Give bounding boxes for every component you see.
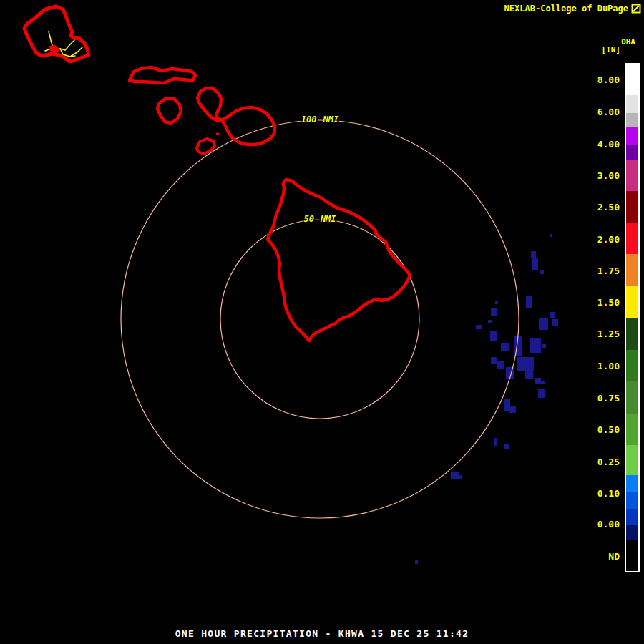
colorbar-segment bbox=[626, 160, 638, 191]
page-title: NEXLAB-College of DuPage bbox=[504, 4, 628, 14]
colorbar-segment bbox=[626, 492, 638, 509]
precip-echo bbox=[494, 438, 497, 444]
precip-echo bbox=[535, 378, 541, 384]
colorbar-segment bbox=[626, 445, 638, 475]
colorbar-segment bbox=[626, 286, 638, 318]
colorbar-segment bbox=[626, 381, 638, 414]
precip-echo bbox=[459, 475, 462, 479]
colorbar-segment bbox=[626, 145, 638, 160]
islet-molokini bbox=[216, 132, 218, 135]
precip-echo bbox=[491, 357, 497, 364]
precip-echo bbox=[517, 357, 534, 371]
precip-echo bbox=[550, 234, 552, 237]
colorbar-segment bbox=[626, 318, 638, 350]
range-ring-label: 50NMI bbox=[303, 215, 336, 224]
colorbar-segment bbox=[626, 509, 638, 525]
range-ring-label: 100NMI bbox=[301, 115, 339, 125]
colorbar-segment bbox=[626, 64, 638, 95]
precip-echo bbox=[495, 301, 498, 304]
precip-echo bbox=[415, 560, 418, 564]
colorbar-segment bbox=[626, 95, 638, 113]
range-ring bbox=[121, 120, 519, 518]
island-lanai bbox=[157, 99, 181, 123]
precip-echo bbox=[526, 296, 532, 308]
range-ring-layer bbox=[121, 120, 519, 518]
colorbar-segment bbox=[626, 191, 638, 223]
scale-label: 6.00 bbox=[570, 107, 620, 117]
scale-label: 8.00 bbox=[570, 75, 620, 85]
precip-echo bbox=[497, 361, 504, 369]
colorbar-segment bbox=[626, 525, 638, 540]
scale-label: 0.75 bbox=[570, 394, 620, 404]
range-ring-label-word: NMI bbox=[323, 115, 340, 125]
island-maui bbox=[197, 88, 275, 145]
island-hawaii bbox=[268, 180, 410, 341]
precip-echo bbox=[476, 325, 482, 329]
radar-display: 100NMI50NMI NEXLAB-College of DuPage OHA… bbox=[0, 0, 644, 644]
precip-echo-layer bbox=[415, 234, 558, 564]
scale-label: 0.00 bbox=[570, 519, 620, 530]
precip-echo bbox=[509, 406, 516, 413]
scale-label: 0.10 bbox=[570, 489, 620, 499]
product-caption: ONE HOUR PRECIPITATION - KHWA 15 DEC 25 … bbox=[0, 628, 644, 639]
precip-echo bbox=[504, 444, 509, 449]
precip-echo bbox=[504, 399, 510, 411]
precip-echo bbox=[501, 343, 509, 351]
precip-echo bbox=[531, 251, 536, 258]
scale-label: 1.00 bbox=[570, 361, 620, 371]
colorbar bbox=[625, 63, 640, 572]
colorbar-segment bbox=[626, 254, 638, 286]
range-ring-label-word: 50 bbox=[303, 215, 314, 224]
island-molokai bbox=[130, 67, 195, 83]
scale-label: 1.50 bbox=[570, 298, 620, 308]
precip-echo bbox=[542, 344, 546, 348]
range-ring-label-word: NMI bbox=[320, 215, 337, 224]
range-ring-label-word: 100 bbox=[301, 115, 318, 125]
scale-label: 1.25 bbox=[570, 329, 620, 339]
scale-label: 0.50 bbox=[570, 425, 620, 435]
scale-label: 2.50 bbox=[570, 203, 620, 213]
precip-echo bbox=[540, 270, 544, 274]
scale-label: 3.00 bbox=[570, 171, 620, 181]
scale-label: 2.00 bbox=[570, 235, 620, 245]
precip-echo bbox=[525, 370, 533, 379]
precip-echo bbox=[532, 258, 538, 270]
precip-echo bbox=[538, 389, 545, 398]
scale-label: ND bbox=[570, 552, 620, 562]
scale-label: 0.25 bbox=[570, 457, 620, 467]
colorbar-segment bbox=[626, 223, 638, 254]
colorbar-segment bbox=[626, 350, 638, 381]
island-oahu bbox=[24, 6, 89, 62]
colorbar-segment bbox=[626, 475, 638, 492]
scale-label: 4.00 bbox=[570, 140, 620, 150]
road-line bbox=[70, 47, 82, 57]
precip-echo bbox=[552, 319, 558, 326]
colorbar-segment bbox=[626, 414, 638, 445]
colorbar-segment bbox=[626, 540, 638, 571]
precip-echo bbox=[488, 320, 492, 323]
units-label: [IN] bbox=[602, 45, 621, 54]
precip-echo bbox=[530, 338, 541, 353]
precip-echo bbox=[541, 381, 545, 384]
map-canvas bbox=[0, 0, 644, 644]
precip-echo bbox=[539, 318, 548, 330]
island-outline-layer bbox=[24, 6, 410, 341]
scale-label: 1.75 bbox=[570, 266, 620, 276]
precip-echo bbox=[550, 312, 555, 318]
colorbar-segment bbox=[626, 113, 638, 127]
cod-logo-icon bbox=[631, 3, 641, 14]
precip-echo bbox=[451, 472, 459, 479]
precip-echo bbox=[494, 443, 497, 446]
colorbar-segment bbox=[626, 127, 638, 145]
product-code-label: OHA bbox=[621, 37, 635, 47]
precip-echo bbox=[490, 331, 497, 341]
precip-echo bbox=[491, 308, 497, 316]
